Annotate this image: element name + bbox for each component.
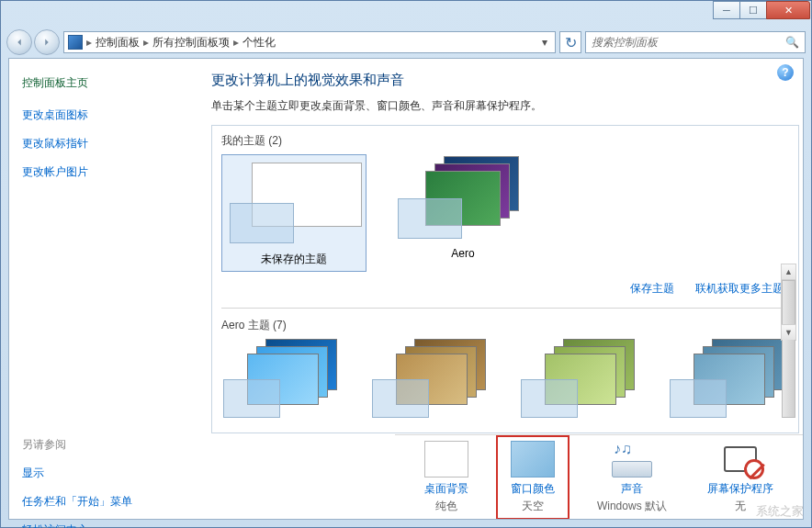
crumb-root[interactable]: 控制面板	[92, 35, 143, 51]
bottom-value: 无	[707, 499, 773, 514]
scrollbar[interactable]: ▲ ▼	[781, 264, 796, 341]
desktop-background-button[interactable]: 桌面背景 纯色	[412, 437, 481, 518]
sounds-button[interactable]: ♪♫ 声音 Windows 默认	[584, 437, 680, 518]
aero-theme-item[interactable]	[221, 339, 350, 423]
sidebar-link-account-picture[interactable]: 更改帐户图片	[22, 164, 189, 180]
aero-themes-label: Aero 主题 (7)	[221, 318, 789, 333]
screensaver-icon	[718, 441, 762, 477]
aero-theme-item[interactable]	[668, 339, 789, 423]
theme-aero[interactable]: Aero	[394, 154, 532, 272]
search-box[interactable]: 🔍	[585, 31, 806, 53]
theme-links: 保存主题 联机获取更多主题	[221, 272, 789, 302]
sidebar-link-taskbar[interactable]: 任务栏和「开始」菜单	[22, 494, 189, 510]
sidebar-link-desktop-icons[interactable]: 更改桌面图标	[22, 107, 189, 123]
search-icon[interactable]: 🔍	[785, 36, 799, 49]
bottom-bar: 桌面背景 纯色 窗口颜色 天空 ♪♫ 声音 Windows 默认 屏幕保护程序 …	[395, 434, 803, 519]
bottom-value: 天空	[511, 499, 555, 514]
aero-theme-item[interactable]	[519, 339, 648, 423]
sidebar-home[interactable]: 控制面板主页	[22, 75, 189, 91]
theme-thumb	[226, 159, 364, 246]
minimize-button[interactable]: ─	[713, 1, 740, 19]
nav-buttons	[6, 29, 60, 55]
window: ─ ☐ ✕ ▸ 控制面板 ▸ 所有控制面板项 ▸ 个性化 ▾ ↻ 🔍 控制面板主…	[0, 0, 812, 528]
my-themes-label: 我的主题 (2)	[221, 133, 789, 149]
back-button[interactable]	[6, 29, 32, 55]
window-color-button[interactable]: 窗口颜色 天空	[496, 435, 570, 520]
crumb-leaf[interactable]: 个性化	[239, 35, 279, 51]
sound-icon: ♪♫	[610, 441, 654, 477]
page-title: 更改计算机上的视觉效果和声音	[211, 72, 799, 89]
bottom-title: 屏幕保护程序	[707, 481, 773, 497]
forward-button[interactable]	[34, 29, 60, 55]
theme-thumb	[394, 154, 532, 242]
titlebar: ─ ☐ ✕	[1, 1, 811, 27]
save-theme-link[interactable]: 保存主题	[630, 282, 674, 295]
see-also-label: 另请参阅	[22, 437, 189, 453]
search-input[interactable]	[592, 36, 785, 49]
theme-label: Aero	[394, 247, 532, 260]
bottom-value: Windows 默认	[597, 499, 667, 514]
sidebar-link-display[interactable]: 显示	[22, 466, 189, 481]
address-dropdown-icon[interactable]: ▾	[538, 36, 551, 49]
scroll-thumb[interactable]	[782, 280, 795, 418]
refresh-button[interactable]: ↻	[559, 31, 581, 53]
divider	[221, 308, 789, 309]
navbar: ▸ 控制面板 ▸ 所有控制面板项 ▸ 个性化 ▾ ↻ 🔍	[1, 27, 811, 58]
scroll-up-button[interactable]: ▲	[782, 264, 795, 280]
theme-box: 我的主题 (2) 未保存的主题 Aero 保存主题 联机获取更多主题	[211, 125, 799, 433]
content: 控制面板主页 更改桌面图标 更改鼠标指针 更改帐户图片 另请参阅 显示 任务栏和…	[8, 58, 804, 520]
sidebar-link-mouse-pointer[interactable]: 更改鼠标指针	[22, 136, 189, 152]
aero-themes-row	[221, 339, 789, 423]
page-subtitle: 单击某个主题立即更改桌面背景、窗口颜色、声音和屏幕保护程序。	[211, 98, 799, 114]
help-icon[interactable]: ?	[777, 64, 794, 81]
get-more-themes-link[interactable]: 联机获取更多主题	[695, 282, 784, 295]
close-button[interactable]: ✕	[766, 1, 810, 19]
bottom-title: 窗口颜色	[511, 481, 555, 497]
my-themes-row: 未保存的主题 Aero	[221, 154, 789, 272]
bottom-value: 纯色	[424, 499, 468, 514]
control-panel-icon	[68, 35, 83, 50]
aero-theme-item[interactable]	[370, 339, 499, 423]
desktop-bg-icon	[424, 441, 468, 477]
theme-label: 未保存的主题	[226, 252, 362, 267]
sidebar-link-ease-of-access[interactable]: 轻松访问中心	[22, 522, 189, 528]
sidebar: 控制面板主页 更改桌面图标 更改鼠标指针 更改帐户图片 另请参阅 显示 任务栏和…	[9, 59, 202, 519]
screensaver-button[interactable]: 屏幕保护程序 无	[694, 437, 786, 518]
bottom-title: 桌面背景	[424, 481, 468, 497]
main-panel: ? 更改计算机上的视觉效果和声音 单击某个主题立即更改桌面背景、窗口颜色、声音和…	[202, 59, 803, 519]
scroll-down-button[interactable]: ▼	[782, 324, 795, 340]
crumb-mid[interactable]: 所有控制面板项	[149, 35, 233, 51]
address-bar[interactable]: ▸ 控制面板 ▸ 所有控制面板项 ▸ 个性化 ▾	[63, 31, 556, 53]
bottom-title: 声音	[597, 481, 667, 497]
theme-unsaved[interactable]: 未保存的主题	[221, 154, 367, 272]
window-color-icon	[511, 441, 555, 477]
maximize-button[interactable]: ☐	[739, 1, 767, 19]
